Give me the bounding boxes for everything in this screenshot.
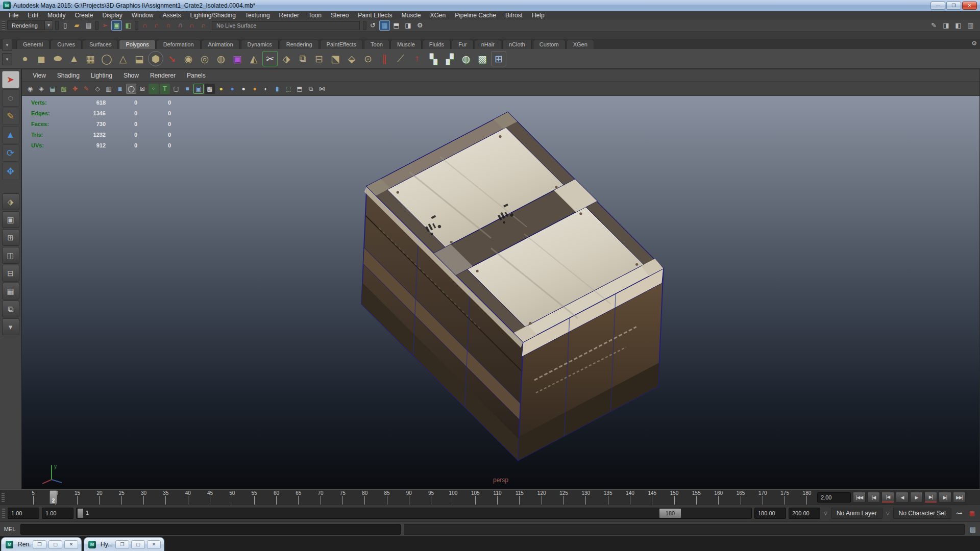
menu-item[interactable]: XGen (426, 12, 451, 19)
menu-item[interactable]: File (4, 12, 23, 19)
range-start-handle[interactable] (78, 509, 83, 518)
grid-toggle-icon[interactable]: ◇ (92, 84, 103, 94)
lasso-select-tool[interactable]: ◌ (2, 89, 19, 107)
minimize-button[interactable]: — (930, 2, 945, 10)
panel-menu-item[interactable]: View (27, 72, 52, 79)
split-edge-ring-icon[interactable]: ∥ (377, 51, 392, 66)
bevel-icon[interactable]: ⬙ (344, 51, 359, 66)
menu-item[interactable]: Render (275, 12, 304, 19)
extract-icon[interactable]: ⬔ (328, 51, 343, 66)
step-forward-key-button[interactable]: ▶| (924, 492, 937, 503)
toolbar-grip[interactable] (2, 21, 5, 30)
panel-menu-item[interactable]: Show (118, 72, 144, 79)
playback-range-bar[interactable]: 1 180 (76, 508, 752, 519)
toolbar-collapser[interactable] (135, 21, 138, 30)
character-set-selector[interactable]: No Character Set (893, 508, 952, 519)
select-tool[interactable]: ➤ (2, 71, 19, 88)
camera-attributes-icon[interactable]: ◈ (36, 84, 46, 94)
animation-start-field[interactable]: 1.00 (8, 508, 39, 519)
maximize-window-button[interactable]: ▢ (131, 540, 145, 549)
ipr-render-icon[interactable]: ◨ (403, 20, 413, 31)
open-scene-icon[interactable]: ▰ (71, 20, 82, 31)
persp-hypergraph-layout-button[interactable]: ⧉ (2, 300, 19, 317)
motion-blur-display-icon[interactable]: ● (250, 84, 260, 94)
gate-mask-icon[interactable]: ◯ (126, 84, 136, 94)
pane-copy-icon[interactable]: ⧉ (306, 84, 316, 94)
move-tool[interactable]: ▲ (2, 126, 19, 143)
shelf-tab[interactable]: Custom (533, 40, 566, 49)
poly-pyramid-icon[interactable]: △ (115, 51, 131, 66)
select-object-type-icon[interactable]: ▣ (111, 20, 122, 31)
smooth-icon[interactable]: ▣ (230, 51, 245, 66)
shelf-tab[interactable]: Muscle (390, 40, 422, 49)
animation-end-field[interactable]: 200.00 (789, 508, 820, 519)
shelf-tab[interactable]: Dynamics (241, 40, 279, 49)
menu-item[interactable]: Toon (304, 12, 326, 19)
quick-rename-icon[interactable]: ✎ (928, 20, 939, 31)
step-back-key-button[interactable]: |◀ (881, 492, 894, 503)
snap-to-view-planes-icon[interactable]: ∩ (186, 20, 197, 31)
boolean-union-icon[interactable]: ◉ (181, 51, 196, 66)
menu-item[interactable]: Paint Effects (353, 12, 397, 19)
playback-end-field[interactable]: 180.00 (754, 508, 786, 519)
snap-to-grid-icon[interactable]: ∩ (139, 20, 150, 31)
title-bar[interactable]: M Autodesk Maya 2015: G:\Projects\3D Gra… (0, 0, 980, 11)
reduce-icon[interactable]: ◭ (246, 51, 261, 66)
scene-cube-icon[interactable]: ⬒ (295, 84, 305, 94)
close-button[interactable]: ✕ (962, 2, 977, 10)
scale-tool[interactable]: ✥ (2, 163, 19, 180)
menu-item[interactable]: Assets (158, 12, 185, 19)
planar-mapping-icon[interactable]: ▚ (426, 51, 441, 66)
current-time-field[interactable]: 2.00 (817, 492, 851, 503)
field-chart-icon[interactable]: ⊠ (137, 84, 148, 94)
menu-item[interactable]: Modify (43, 12, 70, 19)
poly-platonic-icon[interactable]: ⬢ (148, 51, 163, 66)
panel-menu-item[interactable]: Panels (181, 72, 211, 79)
merge-vertex-icon[interactable]: ⊙ (360, 51, 376, 66)
toolbar-collapser[interactable] (363, 21, 366, 30)
wireframe-display-icon[interactable]: ▢ (171, 84, 181, 94)
construction-history-icon[interactable]: ↺ (368, 20, 378, 31)
chevron-down-icon[interactable]: ▽ (885, 511, 891, 516)
outliner-persp-layout-button[interactable]: ◫ (2, 247, 19, 264)
menu-item[interactable]: Muscle (397, 12, 426, 19)
go-to-end-button[interactable]: ▶▶| (953, 492, 966, 503)
toolbar-grip[interactable] (2, 509, 5, 518)
automatic-mapping-icon[interactable]: ▩ (475, 51, 490, 66)
ambient-occlusion-icon[interactable]: ● (238, 84, 249, 94)
2d-pan-zoom-icon[interactable]: ✥ (70, 84, 80, 94)
menu-item[interactable]: Stereo (326, 12, 353, 19)
combine-icon[interactable]: ⧉ (295, 51, 310, 66)
panel-share-icon[interactable]: ⋈ (317, 84, 327, 94)
range-end-handle[interactable]: 180 (659, 509, 681, 518)
use-all-lights-icon[interactable]: ● (216, 84, 226, 94)
plugin-shading-icon[interactable]: ▮ (272, 84, 282, 94)
poly-sphere-icon[interactable]: ● (17, 51, 33, 66)
panel-menu-item[interactable]: Shading (52, 72, 85, 79)
poly-pipe-icon[interactable]: ⬓ (132, 51, 147, 66)
snap-to-curves-icon[interactable]: ∩ (151, 20, 162, 31)
minimized-window[interactable]: M Ren... ❐ ▢ ✕ (1, 537, 82, 551)
shelf-tab[interactable]: nCloth (502, 40, 532, 49)
close-window-button[interactable]: ✕ (64, 540, 78, 549)
attribute-editor-toggle-icon[interactable]: ◨ (941, 20, 951, 31)
bookmarks-icon[interactable]: ▤ (47, 84, 58, 94)
shelf-tab[interactable]: Fluids (423, 40, 451, 49)
menu-item[interactable]: Lighting/Shading (185, 12, 240, 19)
restore-button[interactable]: ❐ (946, 2, 961, 10)
shelf-tab[interactable]: Toon (364, 40, 389, 49)
image-plane-icon[interactable]: ▧ (59, 84, 69, 94)
menu-item[interactable]: Pipeline Cache (450, 12, 501, 19)
shelf-editor-gear-icon[interactable]: ⚙ (971, 40, 977, 47)
crate-model[interactable] (22, 96, 979, 489)
menu-item[interactable]: Help (527, 12, 549, 19)
toolbar-collapser[interactable] (55, 21, 59, 30)
menu-item[interactable]: Bifrost (501, 12, 527, 19)
boolean-difference-icon[interactable]: ◎ (197, 51, 212, 66)
poly-cone-icon[interactable]: ▲ (66, 51, 82, 66)
grease-pencil-icon[interactable]: ✎ (81, 84, 91, 94)
live-surface-field[interactable]: No Live Surface (212, 21, 360, 30)
shelf-tab[interactable]: PaintEffects (320, 40, 363, 49)
shelf-tab[interactable]: nHair (475, 40, 501, 49)
shelf-tab[interactable]: Animation (202, 40, 240, 49)
